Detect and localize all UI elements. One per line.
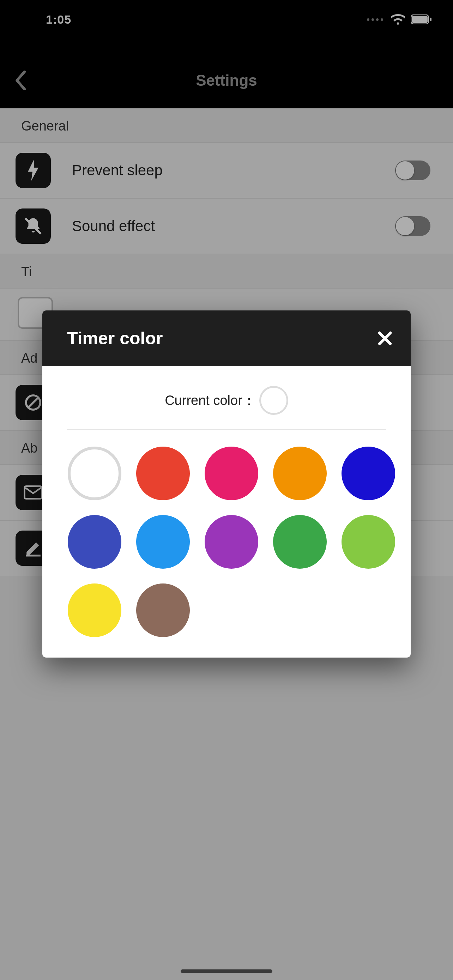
home-indicator [181,969,272,973]
current-color-label: Current color： [165,391,256,410]
color-swatch[interactable] [342,447,395,500]
color-swatch[interactable] [136,447,190,500]
color-swatch-grid [42,430,411,657]
color-swatch[interactable] [205,515,258,569]
color-swatch[interactable] [68,447,121,500]
color-swatch[interactable] [136,515,190,569]
color-swatch[interactable] [342,515,395,569]
color-swatch[interactable] [273,447,327,500]
color-swatch[interactable] [205,447,258,500]
color-swatch[interactable] [273,515,327,569]
color-swatch[interactable] [68,515,121,569]
color-swatch[interactable] [136,584,190,637]
modal-header: Timer color [42,310,411,366]
modal-title: Timer color [67,328,163,348]
color-swatch[interactable] [68,584,121,637]
timer-color-modal: Timer color Current color： [42,310,411,657]
close-button[interactable] [377,330,393,347]
current-color-swatch [259,386,288,415]
current-color-row: Current color： [67,366,386,430]
